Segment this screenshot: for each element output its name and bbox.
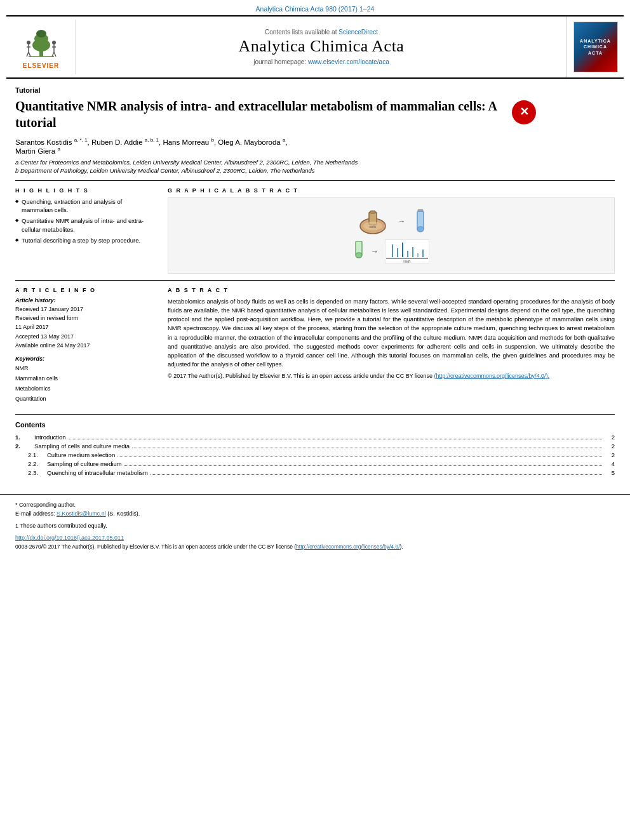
journal-title: Analytica Chimica Acta — [239, 37, 405, 56]
article-info-abstract: A R T I C L E I N F O Article history: R… — [15, 280, 615, 408]
svg-line-8 — [27, 52, 29, 57]
toc-dots-5 — [151, 471, 602, 476]
email-label: E-mail address: — [15, 510, 55, 517]
toc-title-2: Sampling of cells and culture media — [34, 443, 130, 450]
toc-num-3: 2.1. — [15, 451, 47, 458]
journal-header-center: Contents lists available at ScienceDirec… — [76, 23, 566, 70]
toc-entry-2: 2. Sampling of cells and culture media 2 — [15, 443, 615, 450]
article-info-column: A R T I C L E I N F O Article history: R… — [15, 287, 155, 408]
ga-top-row: cells → — [356, 207, 427, 236]
article-info-label: A R T I C L E I N F O — [15, 287, 155, 293]
highlight-item-1: Quenching, extraction and analysis of ma… — [15, 197, 155, 215]
abstract-label: A B S T R A C T — [168, 287, 615, 293]
elsevier-logo-area: ELSEVIER — [6, 20, 76, 74]
contents-section: Contents 1. Introduction 2 2. Sampling o… — [15, 414, 615, 476]
article-title-row: Quantitative NMR analysis of intra- and … — [15, 98, 536, 131]
toc-title-1: Introduction — [34, 434, 66, 441]
article-history-label: Article history: — [15, 297, 155, 303]
toc-entry-4: 2.2. Sampling of culture medium 4 — [15, 460, 615, 467]
svg-line-14 — [54, 52, 56, 57]
highlight-item-3: Tutorial describing a step by step proce… — [15, 236, 155, 244]
toc-page-2: 2 — [605, 443, 615, 450]
ga-tube-icon — [353, 241, 365, 262]
graphical-abstract-column: G R A P H I C A L A B S T R A C T cells — [168, 187, 615, 274]
article-type: Tutorial — [15, 86, 615, 94]
cc-link[interactable]: (http://creativecommons.org/licenses/by/… — [434, 373, 550, 379]
toc-title-5: Quenching of intracellular metabolism — [47, 469, 148, 476]
science-direct-text: Contents lists available at ScienceDirec… — [265, 29, 378, 36]
keyword-1: NMR — [15, 365, 29, 371]
received-date: Received 17 January 2017 — [15, 306, 83, 312]
svg-point-3 — [36, 30, 46, 37]
svg-point-10 — [52, 41, 56, 44]
svg-text:cells: cells — [369, 225, 376, 229]
journal-header: ELSEVIER Contents lists available at Sci… — [6, 15, 624, 79]
toc-num-2: 2. — [15, 443, 34, 450]
ga-arrow-2: → — [371, 247, 379, 257]
toc-num-4: 2.2. — [15, 460, 47, 467]
article-content: Tutorial Quantitative NMR analysis of in… — [0, 79, 630, 494]
svg-point-5 — [27, 41, 30, 44]
revised-date: 11 April 2017 — [15, 324, 49, 330]
abstract-paragraph: Metabolomics analysis of body fluids as … — [168, 297, 615, 370]
cc-notice: © 2017 The Author(s). Published by Elsev… — [168, 372, 615, 381]
toc-dots-4 — [124, 462, 602, 467]
crossmark-icon: ✕ — [512, 100, 536, 124]
corresponding-label: * Corresponding author. — [15, 502, 76, 508]
svg-line-9 — [29, 52, 30, 57]
article-history: Article history: Received 17 January 201… — [15, 297, 155, 350]
nmr-spectrum-icon: NMR — [385, 239, 429, 263]
elsevier-brand: ELSEVIER — [23, 62, 59, 69]
toc-entry-5: 2.3. Quenching of intracellular metaboli… — [15, 469, 615, 476]
svg-point-22 — [417, 227, 424, 232]
toc-page-5: 5 — [605, 469, 615, 476]
accepted-date: Accepted 13 May 2017 — [15, 333, 74, 340]
toc-dots-1 — [69, 436, 602, 440]
toc-page-4: 4 — [605, 460, 615, 467]
abstract-text: Metabolomics analysis of body fluids as … — [168, 297, 615, 381]
highlights-label: H I G H L I G H T S — [15, 187, 155, 194]
article-footer: * Corresponding author. E-mail address: … — [0, 494, 630, 556]
journal-reference: Analytica Chimica Acta 980 (2017) 1–24 — [0, 0, 630, 15]
toc-page-1: 2 — [605, 434, 615, 441]
highlights-list: Quenching, extraction and analysis of ma… — [15, 197, 155, 244]
email-name: (S. Kostidis). — [107, 510, 140, 517]
journal-homepage: journal homepage: www.elsevier.com/locat… — [253, 58, 389, 65]
equal-contrib-text: 1 These authors contributed equally. — [15, 523, 107, 529]
page: Analytica Chimica Acta 980 (2017) 1–24 — [0, 0, 630, 840]
email-link[interactable]: S.Kostidis@lumc.nl — [57, 510, 106, 517]
science-direct-link[interactable]: ScienceDirect — [338, 29, 378, 36]
footnote-corresponding: * Corresponding author. E-mail address: … — [15, 501, 615, 518]
ga-vial-icon — [413, 208, 427, 235]
journal-cover-area: ANALYTICACHIMICAACTA — [566, 17, 624, 77]
available-date: Available online 24 May 2017 — [15, 342, 90, 349]
crossmark-badge[interactable]: ✕ — [512, 100, 536, 124]
affiliation-b: b Department of Pathology, Leiden Univer… — [15, 167, 615, 174]
highlights-graphical-section: H I G H L I G H T S Quenching, extractio… — [15, 180, 615, 274]
toc-num-5: 2.3. — [15, 469, 47, 476]
article-title-text: Quantitative NMR analysis of intra- and … — [15, 98, 506, 131]
ga-bottom-row: → — [353, 239, 429, 263]
keyword-2: Mammalian cells — [15, 375, 58, 382]
toc-entry-3: 2.1. Culture medium selection 2 — [15, 451, 615, 458]
toc-num-1: 1. — [15, 434, 34, 441]
journal-homepage-link[interactable]: www.elsevier.com/locate/aca — [308, 58, 389, 65]
revised-label: Received in revised form — [15, 315, 78, 321]
toc-dots-2 — [132, 444, 602, 449]
svg-rect-17 — [370, 211, 375, 213]
contents-title: Contents — [15, 421, 615, 429]
toc-title-4: Sampling of culture medium — [47, 460, 122, 467]
doi-link[interactable]: http://dx.doi.org/10.1016/j.aca.2017.05.… — [15, 535, 124, 541]
keywords-list: NMR Mammalian cells Metabolomics Quantit… — [15, 363, 155, 404]
issn-end: ). — [400, 543, 403, 550]
authors-line: Sarantos Kostidis a, *, 1, Ruben D. Addi… — [15, 137, 615, 155]
issn-cc-link[interactable]: http://creativecommons.org/licenses/by/4… — [296, 543, 399, 550]
graphical-abstract-image: cells → — [168, 197, 615, 274]
toc-title-3: Culture medium selection — [47, 451, 115, 458]
toc-entry-1: 1. Introduction 2 — [15, 434, 615, 441]
keywords-label: Keywords: — [15, 356, 155, 362]
keyword-4: Quantitation — [15, 396, 46, 402]
toc-dots-3 — [117, 453, 602, 458]
highlight-item-2: Quantitative NMR analysis of intra- and … — [15, 217, 155, 234]
history-dates: Received 17 January 2017 Received in rev… — [15, 305, 155, 350]
